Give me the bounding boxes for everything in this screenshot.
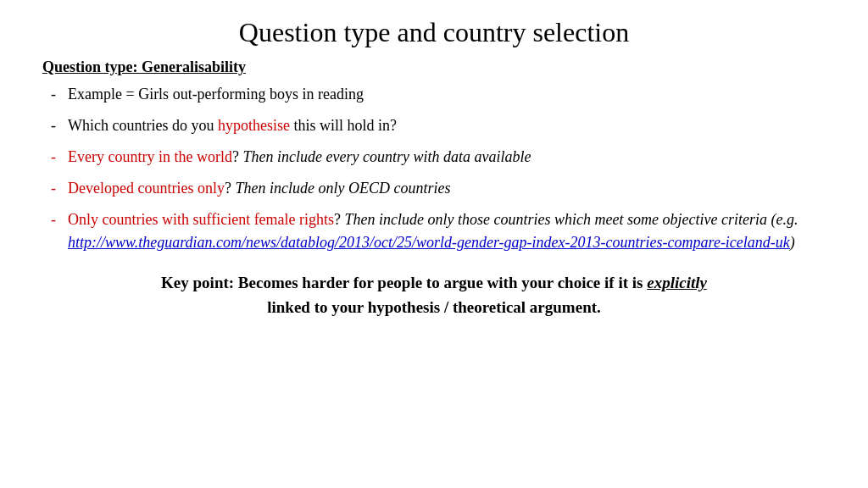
bullet-item-2: - Which countries do you hypothesise thi… (42, 114, 826, 137)
bullet-item-3: - Every country in the world? Then inclu… (42, 146, 826, 169)
developed-countries-text: Developed countries only (68, 180, 225, 197)
bullet-text-1: Example = Girls out-performing boys in r… (68, 83, 826, 106)
developed-countries-instruction: Then include only OECD countries (235, 180, 450, 197)
every-country-text: Every country in the world (68, 148, 232, 165)
section-heading: Question type: Generalisability (42, 58, 826, 76)
explicitly-text: explicitly (647, 274, 707, 291)
slide: Question type and country selection Ques… (0, 0, 868, 488)
bullet-item-5: - Only countries with sufficient female … (42, 208, 826, 254)
guardian-link[interactable]: http://www.theguardian.com/news/datablog… (68, 234, 790, 251)
bullet-dash-3: - (42, 146, 68, 169)
bullet-text-3: Every country in the world? Then include… (68, 146, 826, 169)
bullet-item-1: - Example = Girls out-performing boys in… (42, 83, 826, 106)
hypothesise-text: hypothesise (218, 117, 290, 134)
slide-title: Question type and country selection (42, 17, 826, 48)
every-country-instruction: Then include every country with data ava… (242, 148, 531, 165)
bullet-text-5: Only countries with sufficient female ri… (68, 208, 826, 254)
bullet-text-2: Which countries do you hypothesise this … (68, 114, 826, 137)
bullet-dash-1: - (42, 83, 68, 106)
bullet-text-4: Developed countries only? Then include o… (68, 177, 826, 200)
female-rights-text: Only countries with sufficient female ri… (68, 211, 334, 228)
bullet-dash-5: - (42, 208, 68, 231)
bullet-item-4: - Developed countries only? Then include… (42, 177, 826, 200)
bullet-dash-2: - (42, 114, 68, 137)
content-area: Question type: Generalisability - Exampl… (42, 58, 826, 471)
key-point: Key point: Becomes harder for people to … (42, 271, 826, 319)
bullet-dash-4: - (42, 177, 68, 200)
